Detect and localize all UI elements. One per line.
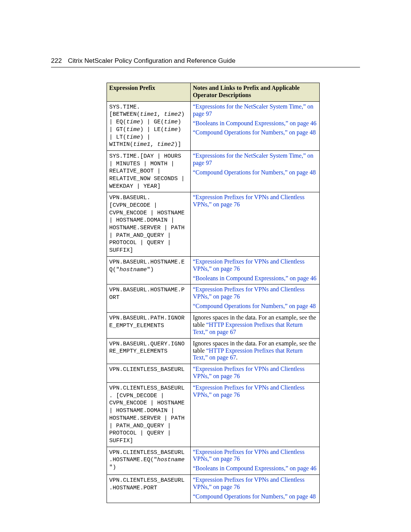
cross-reference-link[interactable]: “Booleans in Compound Expressions,” on p… (193, 120, 317, 126)
prefix-literal: SYS.TIME.[DAY | HOURS | MINUTES | MONTH … (109, 153, 185, 190)
note-line: “Booleans in Compound Expressions,” on p… (193, 120, 317, 127)
table-header-row: Expression Prefix Notes and Links to Pre… (107, 83, 320, 102)
page-header-title: Citrix NetScaler Policy Configuration an… (68, 57, 235, 65)
prefix-literal: VPN.BASEURL.PATH.IGNORE_EMPTY_ELEMENTS (109, 315, 185, 329)
prefix-placeholder: hostname (119, 267, 147, 273)
note-line: “Booleans in Compound Expressions,” on p… (193, 275, 317, 282)
notes-cell: “Expression Prefixes for VPNs and Client… (190, 192, 319, 257)
table-row: SYS.TIME.[BETWEEN(time1, time2) | EQ(tim… (107, 101, 320, 150)
prefix-cell: VPN.CLIENTLESS_BASEURL.HOSTNAME.PORT (107, 475, 191, 503)
prefix-placeholder: hostname (157, 457, 185, 463)
prefix-text: VPN.CLIENTLESS_BASEURL. [CVPN_DECODE | C… (109, 385, 185, 444)
prefix-cell: VPN.CLIENTLESS_BASEURL (107, 364, 191, 383)
note-line: “Expressions for the NetScaler System Ti… (193, 152, 317, 167)
table-row: SYS.TIME.[DAY | HOURS | MINUTES | MONTH … (107, 150, 320, 192)
notes-cell: “Expression Prefixes for VPNs and Client… (190, 475, 319, 503)
cross-reference-link[interactable]: “Compound Operations for Numbers,” on pa… (193, 129, 316, 136)
cross-reference-link[interactable]: “Expression Prefixes for VPNs and Client… (193, 449, 304, 462)
prefix-cell: VPN.BASEURL.QUERY.IGNORE_EMPTY_ELEMENTS (107, 338, 191, 364)
prefix-text: VPN.BASEURL.HOSTNAME.PORT (109, 287, 185, 301)
table-row: VPN.CLIENTLESS_BASEURL.HOSTNAME.PORT“Exp… (107, 475, 320, 503)
table-row: VPN.BASEURL.QUERY.IGNORE_EMPTY_ELEMENTSI… (107, 338, 320, 364)
note-line: “Compound Operations for Numbers,” on pa… (193, 129, 317, 136)
cross-reference-link[interactable]: “Compound Operations for Numbers,” on pa… (193, 303, 316, 309)
prefix-cell: VPN.CLIENTLESS_BASEURL.HOSTNAME.EQ("host… (107, 447, 191, 475)
prefix-placeholder: time1 (133, 141, 150, 148)
notes-cell: “Expression Prefixes for VPNs and Client… (190, 284, 319, 313)
notes-cell: “Expression Prefixes for VPNs and Client… (190, 383, 319, 447)
note-line: “Expressions for the NetScaler System Ti… (193, 103, 317, 118)
cross-reference-link[interactable]: “Expression Prefixes for VPNs and Client… (193, 476, 304, 490)
note-line: Ignores spaces in the data. For an examp… (193, 340, 317, 362)
cross-reference-link[interactable]: “Expression Prefixes for VPNs and Client… (193, 366, 304, 379)
notes-cell: “Expressions for the NetScaler System Ti… (190, 150, 319, 192)
cross-reference-link[interactable]: “Booleans in Compound Expressions,” on p… (193, 275, 317, 281)
note-line: “Booleans in Compound Expressions,” on p… (193, 465, 317, 472)
note-line: “Expression Prefixes for VPNs and Client… (193, 194, 317, 208)
prefix-placeholder: time (164, 119, 178, 125)
table-body: SYS.TIME.[BETWEEN(time1, time2) | EQ(tim… (107, 101, 320, 503)
prefix-text: VPN.CLIENTLESS_BASEURL.HOSTNAME.PORT (109, 477, 185, 491)
prefix-literal: VPN.CLIENTLESS_BASEURL. [CVPN_DECODE | C… (109, 385, 185, 444)
note-line: “Compound Operations for Numbers,” on pa… (193, 169, 317, 176)
prefix-placeholder: time2 (164, 111, 181, 118)
prefix-literal: VPN.CLIENTLESS_BASEURL.HOSTNAME.PORT (109, 477, 185, 491)
prefix-literal: ) | GE( (140, 119, 164, 125)
cross-reference-link[interactable]: “Expressions for the NetScaler System Ti… (193, 103, 314, 117)
note-line: “Compound Operations for Numbers,” on pa… (193, 493, 317, 500)
prefix-placeholder: time2 (157, 141, 174, 148)
cross-reference-link[interactable]: “Expression Prefixes for VPNs and Client… (193, 384, 304, 398)
prefix-literal: SYS.TIME.[BETWEEN( (109, 104, 140, 118)
notes-cell: “Expressions for the NetScaler System Ti… (190, 101, 319, 150)
cross-reference-link[interactable]: “Expression Prefixes for VPNs and Client… (193, 194, 304, 208)
table-row: VPN.CLIENTLESS_BASEURL.HOSTNAME.EQ("host… (107, 447, 320, 475)
note-line: “Expression Prefixes for VPNs and Client… (193, 476, 317, 491)
cross-reference-link[interactable]: “Expression Prefixes for VPNs and Client… (193, 258, 304, 272)
note-line: Ignores spaces in the data. For an examp… (193, 314, 317, 336)
cross-reference-link[interactable]: “Expression Prefixes for VPNs and Client… (193, 286, 304, 300)
prefix-placeholder: time (126, 119, 140, 125)
prefix-text: VPN.CLIENTLESS_BASEURL (109, 366, 185, 373)
note-line: “Compound Operations for Numbers,” on pa… (193, 303, 317, 310)
table-row: VPN.CLIENTLESS_BASEURL“Expression Prefix… (107, 364, 320, 383)
notes-cell: “Expression Prefixes for VPNs and Client… (190, 364, 319, 383)
note-line: “Expression Prefixes for VPNs and Client… (193, 384, 317, 399)
note-line: “Expression Prefixes for VPNs and Client… (193, 286, 317, 300)
prefix-literal: VPN.CLIENTLESS_BASEURL (109, 366, 185, 373)
prefix-literal: VPN.BASEURL.QUERY.IGNORE_EMPTY_ELEMENTS (109, 341, 185, 355)
prefix-literal: ) | LE( (140, 126, 164, 133)
page-number: 222 (51, 57, 62, 65)
document-page: 222 Citrix NetScaler Policy Configuratio… (0, 0, 411, 532)
prefix-text: SYS.TIME.[BETWEEN(time1, time2) | EQ(tim… (109, 104, 185, 148)
prefix-cell: VPN.CLIENTLESS_BASEURL. [CVPN_DECODE | C… (107, 383, 191, 447)
notes-cell: “Expression Prefixes for VPNs and Client… (190, 256, 319, 284)
prefix-text: VPN.BASEURL.QUERY.IGNORE_EMPTY_ELEMENTS (109, 341, 185, 355)
prefix-literal: ") (147, 267, 154, 273)
prefix-cell: SYS.TIME.[BETWEEN(time1, time2) | EQ(tim… (107, 101, 191, 150)
prefix-placeholder: time (126, 126, 140, 133)
prefix-placeholder: time (126, 134, 140, 141)
expression-table: Expression Prefix Notes and Links to Pre… (107, 83, 320, 503)
prefix-literal: )] (174, 141, 181, 148)
cross-reference-link[interactable]: “HTTP Expression Prefixes that Return Te… (193, 347, 303, 361)
prefix-text: VPN.CLIENTLESS_BASEURL.HOSTNAME.EQ("host… (109, 449, 185, 471)
cross-reference-link[interactable]: “HTTP Expression Prefixes that Return Te… (193, 321, 303, 335)
prefix-cell: VPN.BASEURL.PATH.IGNORE_EMPTY_ELEMENTS (107, 313, 191, 339)
note-line: “Expression Prefixes for VPNs and Client… (193, 258, 317, 273)
prefix-literal: ") (109, 464, 116, 471)
cross-reference-link[interactable]: “Compound Operations for Numbers,” on pa… (193, 169, 316, 176)
cross-reference-link[interactable]: “Expressions for the NetScaler System Ti… (193, 152, 314, 166)
notes-cell: Ignores spaces in the data. For an examp… (190, 313, 319, 339)
cross-reference-link[interactable]: “Compound Operations for Numbers,” on pa… (193, 493, 316, 500)
prefix-text: VPN.BASEURL.[CVPN_DECODE | CVPN_ENCODE |… (109, 195, 185, 254)
cross-reference-link[interactable]: “Booleans in Compound Expressions,” on p… (193, 465, 317, 471)
prefix-text: VPN.BASEURL.PATH.IGNORE_EMPTY_ELEMENTS (109, 315, 185, 329)
notes-cell: “Expression Prefixes for VPNs and Client… (190, 447, 319, 475)
prefix-literal: , (150, 141, 157, 148)
prefix-cell: VPN.BASEURL.HOSTNAME.PORT (107, 284, 191, 313)
prefix-literal: VPN.BASEURL.[CVPN_DECODE | CVPN_ENCODE |… (109, 195, 185, 254)
prefix-cell: SYS.TIME.[DAY | HOURS | MINUTES | MONTH … (107, 150, 191, 192)
prefix-literal: , (157, 111, 164, 118)
prefix-text: SYS.TIME.[DAY | HOURS | MINUTES | MONTH … (109, 153, 185, 190)
table-row: VPN.BASEURL.HOSTNAME.EQ("hostname")“Expr… (107, 256, 320, 284)
